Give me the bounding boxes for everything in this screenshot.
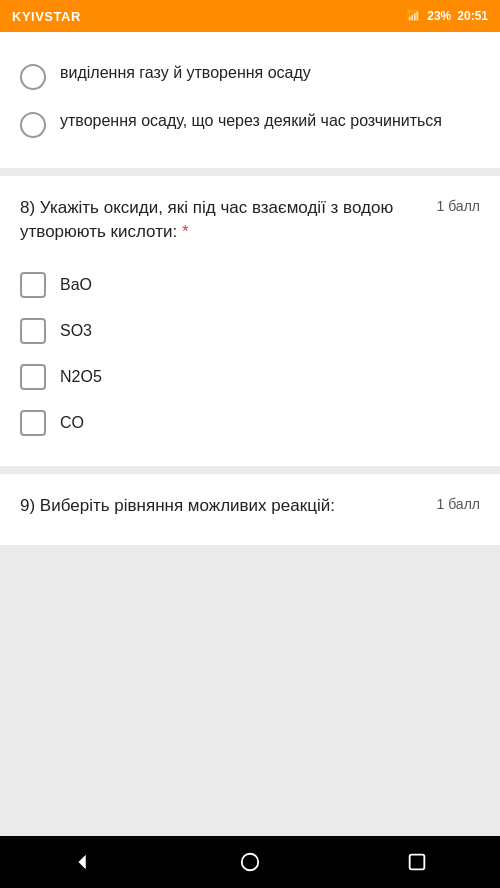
svg-rect-2	[409, 855, 424, 870]
score-label: 1 балл	[437, 196, 481, 214]
question-9-header: 9) Виберіть рівняння можливих реакцій: 1…	[20, 494, 480, 518]
checkbox-option-co[interactable]: CO	[20, 400, 480, 446]
radio-button-2[interactable]	[20, 112, 46, 138]
radio-option-1[interactable]: виділення газу й утворення осаду	[20, 52, 480, 100]
question-8-text: 8) Укажіть оксиди, які під час взаємодії…	[20, 196, 437, 244]
question-8-number: 8)	[20, 198, 35, 217]
card-question-9: 9) Виберіть рівняння можливих реакцій: 1…	[0, 474, 500, 546]
question-9-score: 1 балл	[437, 494, 481, 512]
checkbox-label-bao: BaO	[60, 276, 92, 294]
svg-marker-0	[79, 855, 86, 870]
status-right: 📶 23% 20:51	[406, 9, 488, 23]
checkbox-so3[interactable]	[20, 318, 46, 344]
radio-option-2[interactable]: утворення осаду, що через деякий час роз…	[20, 100, 480, 148]
carrier-label: KYIVSTAR	[12, 9, 81, 24]
card-previous-question: виділення газу й утворення осаду утворен…	[0, 32, 500, 168]
svg-point-1	[242, 854, 259, 871]
checkbox-label-so3: SO3	[60, 322, 92, 340]
home-icon	[239, 851, 261, 873]
back-icon	[72, 851, 94, 873]
status-bar: KYIVSTAR 📶 23% 20:51	[0, 0, 500, 32]
radio-label-1: виділення газу й утворення осаду	[60, 62, 311, 84]
radio-button-1[interactable]	[20, 64, 46, 90]
required-indicator: *	[182, 222, 189, 241]
bottom-navigation	[0, 836, 500, 888]
question-8-header: 8) Укажіть оксиди, які під час взаємодії…	[20, 196, 480, 244]
main-content: виділення газу й утворення осаду утворен…	[0, 32, 500, 836]
checkbox-label-co: CO	[60, 414, 84, 432]
time-label: 20:51	[457, 9, 488, 23]
checkbox-option-so3[interactable]: SO3	[20, 308, 480, 354]
recents-button[interactable]	[387, 842, 447, 882]
checkbox-label-n2o5: N2O5	[60, 368, 102, 386]
battery-level: 23%	[427, 9, 451, 23]
recents-icon	[406, 851, 428, 873]
back-button[interactable]	[53, 842, 113, 882]
question-9-body: Виберіть рівняння можливих реакцій:	[40, 496, 335, 515]
status-icons: 📶	[406, 9, 421, 23]
question-9-number: 9)	[20, 496, 35, 515]
question-9-text: 9) Виберіть рівняння можливих реакцій:	[20, 494, 437, 518]
radio-label-2: утворення осаду, що через деякий час роз…	[60, 110, 442, 132]
checkbox-bao[interactable]	[20, 272, 46, 298]
checkbox-option-bao[interactable]: BaO	[20, 262, 480, 308]
checkbox-co[interactable]	[20, 410, 46, 436]
checkbox-option-n2o5[interactable]: N2O5	[20, 354, 480, 400]
card-question-8: 8) Укажіть оксиди, які під час взаємодії…	[0, 176, 500, 466]
checkbox-n2o5[interactable]	[20, 364, 46, 390]
home-button[interactable]	[220, 842, 280, 882]
question-8-body: Укажіть оксиди, які під час взаємодії з …	[20, 198, 393, 241]
